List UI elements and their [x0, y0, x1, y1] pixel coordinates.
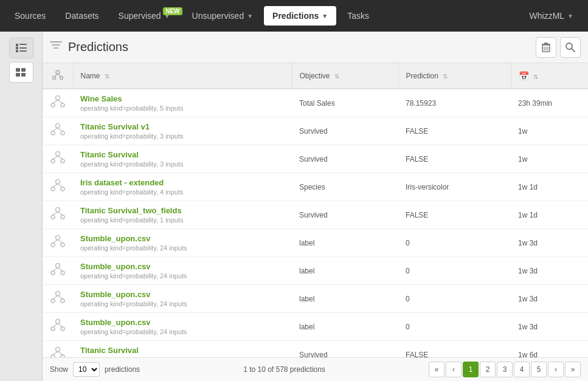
filter-icon[interactable] — [50, 41, 62, 53]
panel-header: Predictions — [43, 32, 588, 63]
svg-point-23 — [60, 77, 63, 80]
row-date-cell: 1w 3d — [511, 313, 588, 341]
svg-point-21 — [56, 70, 60, 74]
row-prediction-cell: FALSE — [398, 201, 511, 229]
svg-rect-6 — [16, 68, 20, 72]
table-row: Titanic Survival v1 operating kind=proba… — [43, 117, 588, 145]
th-prediction[interactable]: Prediction ⇅ — [398, 63, 511, 89]
row-objective-cell: Survived — [292, 341, 398, 358]
first-page-btn[interactable]: « — [429, 362, 444, 377]
svg-rect-2 — [16, 47, 18, 49]
table-row: Iris dataset - extended operating kind=p… — [43, 173, 588, 201]
row-name-link[interactable]: Wine Sales — [80, 94, 285, 103]
row-prediction-cell: Iris-versicolor — [398, 173, 511, 201]
nav-label-supervised: Supervised — [119, 11, 161, 21]
th-date[interactable]: 📅 ⇅ — [511, 63, 588, 89]
row-icon-cell — [43, 173, 73, 201]
content-area: Predictions — [0, 32, 588, 381]
row-objective-cell: label — [292, 313, 398, 341]
table-container: Name ⇅ Objective ⇅ Prediction ⇅ — [43, 63, 588, 357]
th-prediction-label: Prediction — [406, 72, 438, 80]
pagination: « ‹ 1 2 3 4 5 › » — [429, 362, 581, 377]
row-prediction-cell: FALSE — [398, 145, 511, 173]
nav-item-unsupervised[interactable]: Unsupervised ▼ — [184, 6, 262, 26]
date-sort-icon[interactable]: ⇅ — [533, 74, 538, 80]
table-row: Titanic Survival_two_fields operating ki… — [43, 201, 588, 229]
whizzml-menu[interactable]: WhizzML ▼ — [521, 6, 582, 26]
row-prediction-cell: 0 — [398, 285, 511, 313]
row-name-link[interactable]: Titanic Survival — [80, 150, 285, 159]
row-objective-cell: label — [292, 229, 398, 257]
prev-page-btn[interactable]: ‹ — [446, 362, 462, 377]
row-name-link[interactable]: Titanic Survival_two_fields — [80, 206, 285, 215]
nav-item-predictions[interactable]: Predictions ▼ — [264, 6, 336, 26]
page-3-btn[interactable]: 3 — [497, 362, 513, 377]
next-page-btn[interactable]: › — [548, 362, 564, 377]
row-name-link[interactable]: Titanic Survival — [80, 346, 285, 355]
svg-line-45 — [58, 184, 63, 188]
th-icon — [43, 63, 73, 89]
page-4-btn[interactable]: 4 — [514, 362, 530, 377]
table-row: Stumble_upon.csv operating kind=probabil… — [43, 285, 588, 313]
nav-item-supervised[interactable]: NEW Supervised ▼ — [110, 6, 181, 26]
row-icon-cell — [43, 285, 73, 313]
row-name-link[interactable]: Titanic Survival v1 — [80, 122, 285, 131]
svg-rect-9 — [21, 73, 26, 77]
svg-point-62 — [51, 299, 55, 303]
search-button[interactable] — [560, 37, 581, 58]
sidebar-list-view-btn[interactable] — [9, 38, 33, 58]
model-icon — [50, 206, 65, 221]
svg-point-27 — [51, 103, 55, 107]
row-sub-text: operating kind=probability, 24 inputs — [80, 300, 285, 307]
delete-button[interactable] — [536, 37, 556, 58]
prediction-sort-icon[interactable]: ⇅ — [443, 73, 448, 80]
gallery-icon — [16, 68, 27, 77]
row-date-cell: 23h 39min — [511, 89, 588, 117]
row-name-link[interactable]: Stumble_upon.csv — [80, 290, 285, 299]
row-name-link[interactable]: Iris dataset - extended — [80, 178, 285, 187]
row-prediction-cell: FALSE — [398, 341, 511, 358]
svg-point-48 — [61, 215, 64, 219]
row-name-link[interactable]: Stumble_upon.csv — [80, 262, 285, 271]
nav-item-tasks[interactable]: Tasks — [339, 6, 378, 26]
svg-point-32 — [51, 131, 55, 135]
row-icon-cell — [43, 89, 73, 117]
svg-point-22 — [52, 77, 55, 80]
model-icon — [50, 262, 65, 276]
th-objective[interactable]: Objective ⇅ — [292, 63, 398, 89]
page-5-btn[interactable]: 5 — [531, 362, 547, 377]
sidebar-gallery-view-btn[interactable] — [9, 62, 33, 83]
svg-line-74 — [53, 352, 58, 355]
page-2-btn[interactable]: 2 — [480, 362, 496, 377]
svg-point-43 — [61, 187, 64, 191]
th-name[interactable]: Name ⇅ — [73, 63, 292, 89]
nav-item-sources[interactable]: Sources — [6, 6, 54, 26]
row-name-cell: Titanic Survival operating kind=probabil… — [73, 341, 292, 358]
svg-line-25 — [58, 74, 61, 77]
model-icon — [50, 290, 65, 304]
svg-point-26 — [56, 96, 60, 100]
row-name-link[interactable]: Stumble_upon.csv — [80, 234, 285, 243]
row-sub-text: operating kind=probability, 24 inputs — [80, 328, 285, 335]
row-name-cell: Titanic Survival operating kind=probabil… — [73, 145, 292, 173]
row-date-cell: 1w 3d — [511, 257, 588, 285]
svg-line-24 — [54, 74, 58, 77]
per-page-select[interactable]: 10 25 50 — [73, 362, 100, 377]
svg-rect-10 — [50, 41, 62, 43]
page-1-btn[interactable]: 1 — [463, 362, 479, 377]
row-prediction-cell: 0 — [398, 313, 511, 341]
row-prediction-cell: 0 — [398, 229, 511, 257]
objective-sort-icon[interactable]: ⇅ — [334, 73, 339, 80]
svg-point-31 — [56, 124, 60, 128]
model-icon — [50, 346, 65, 357]
row-name-cell: Stumble_upon.csv operating kind=probabil… — [73, 285, 292, 313]
nav-item-datasets[interactable]: Datasets — [57, 6, 107, 26]
name-sort-icon[interactable]: ⇅ — [105, 73, 109, 80]
row-icon-cell — [43, 341, 73, 358]
table-body: Wine Sales operating kind=probability, 5… — [43, 89, 588, 357]
row-prediction-cell: 0 — [398, 257, 511, 285]
row-name-link[interactable]: Stumble_upon.csv — [80, 318, 285, 327]
last-page-btn[interactable]: » — [565, 362, 581, 377]
svg-point-52 — [51, 243, 55, 247]
svg-rect-15 — [544, 43, 548, 44]
